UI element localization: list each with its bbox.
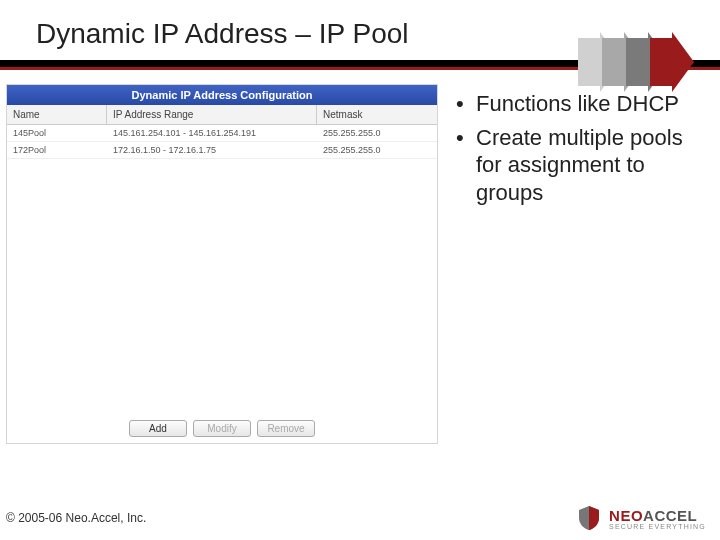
bullet-item: Functions like DHCP (456, 90, 694, 118)
column-headers: Name IP Address Range Netmask (7, 105, 437, 125)
bullet-list: Functions like DHCP Create multiple pool… (452, 84, 702, 444)
table-row[interactable]: 145Pool 145.161.254.101 - 145.161.254.19… (7, 125, 437, 142)
logo: NEOACCEL SECURE EVERYTHING (575, 504, 706, 532)
cell-range: 145.161.254.101 - 145.161.254.191 (107, 125, 317, 141)
table-row[interactable]: 172Pool 172.16.1.50 - 172.16.1.75 255.25… (7, 142, 437, 159)
brand-neo: NEO (609, 507, 643, 524)
brand-tagline: SECURE EVERYTHING (609, 523, 706, 530)
brand-accel: ACCEL (643, 507, 697, 524)
col-netmask: Netmask (317, 105, 437, 124)
shield-icon (575, 504, 603, 532)
button-row: Add Modify Remove (7, 420, 437, 437)
divider-bar (0, 60, 720, 70)
cell-range: 172.16.1.50 - 172.16.1.75 (107, 142, 317, 158)
panel-header: Dynamic IP Address Configuration (7, 85, 437, 105)
cell-name: 172Pool (7, 142, 107, 158)
config-panel: Dynamic IP Address Configuration Name IP… (6, 84, 438, 444)
col-name: Name (7, 105, 107, 124)
content-area: Dynamic IP Address Configuration Name IP… (0, 70, 720, 444)
add-button[interactable]: Add (129, 420, 187, 437)
bullet-item: Create multiple pools for assignment to … (456, 124, 694, 207)
remove-button[interactable]: Remove (257, 420, 315, 437)
col-range: IP Address Range (107, 105, 317, 124)
copyright: © 2005-06 Neo.Accel, Inc. (6, 511, 146, 525)
modify-button[interactable]: Modify (193, 420, 251, 437)
logo-text: NEOACCEL SECURE EVERYTHING (609, 507, 706, 530)
footer: © 2005-06 Neo.Accel, Inc. NEOACCEL SECUR… (0, 500, 720, 540)
arrows-graphic (578, 32, 708, 92)
cell-name: 145Pool (7, 125, 107, 141)
cell-mask: 255.255.255.0 (317, 125, 437, 141)
cell-mask: 255.255.255.0 (317, 142, 437, 158)
